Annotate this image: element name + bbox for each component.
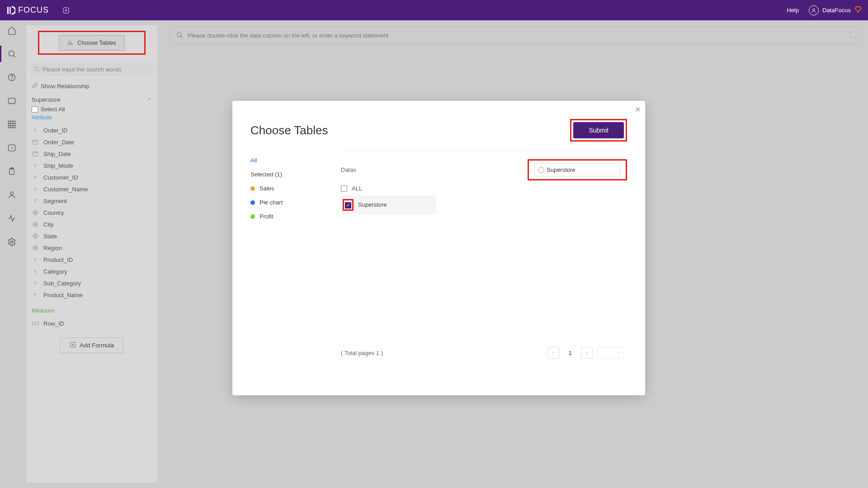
choose-tables-label: Choose Tables [77,39,116,46]
choose-tables-modal: ✕ Choose Tables Submit All Selected (1) … [232,101,645,395]
search-words-placeholder: Please input the search words [42,66,121,73]
highlight-choose-tables: Choose Tables [38,31,146,55]
nav-help-icon[interactable] [6,72,17,83]
svg-rect-8 [9,121,15,128]
column-row[interactable]: 123Row_ID [31,317,153,329]
column-row[interactable]: Order_Date [31,136,153,148]
column-row[interactable]: TOrder_ID [31,124,153,136]
filter-item[interactable]: Sales [250,181,341,195]
row-checkbox[interactable]: ✓ [345,202,351,208]
nav-activity-icon[interactable] [6,213,17,224]
column-row[interactable]: TCustomer_ID [31,171,153,183]
column-row[interactable]: TCustomer_Name [31,183,153,195]
nav-clipboard-icon[interactable] [6,166,17,177]
filter-selected[interactable]: Selected (1) [250,167,341,181]
select-all-label: Select All [41,106,65,113]
column-row[interactable]: TSegment [31,195,153,207]
nav-user-icon[interactable] [6,190,17,200]
column-row[interactable]: Country [31,207,153,218]
nav-rail [0,20,24,488]
nav-dashboard-icon[interactable] [6,95,17,106]
help-link[interactable]: Help [787,7,799,14]
select-all-checkbox[interactable] [32,106,38,113]
column-name: Row_ID [43,320,64,327]
search-words-input[interactable]: Please input the search words [31,63,153,76]
type-icon: T [32,162,39,169]
column-row[interactable]: TSub_Category [31,277,153,289]
nav-home-icon[interactable] [6,25,17,36]
type-icon [32,221,39,228]
nav-archive-icon[interactable] [6,142,17,153]
main-search-input[interactable]: Please double-click the data column on t… [170,27,863,44]
topbar-right: Help DataFocus [787,5,862,15]
type-icon: 123 [32,320,39,327]
filter-column: All Selected (1) SalesPie chartProfit [250,151,341,363]
svg-point-22 [177,32,181,36]
column-name: Order_Date [43,139,74,146]
svg-point-6 [12,79,12,80]
type-icon: T [32,280,39,287]
column-row[interactable]: TProduct_Name [31,289,153,301]
nav-settings-icon[interactable] [6,237,17,247]
close-icon[interactable]: ✕ [635,105,641,114]
table-row[interactable]: ✓Superstore [341,195,436,214]
loading-icon [849,31,857,40]
group-title-row[interactable]: Superstore [32,96,152,103]
column-row[interactable]: Region [31,242,153,254]
column-name: City [43,221,53,228]
attribute-list: TOrder_IDOrder_DateShip_DateTShip_ModeTC… [31,124,153,301]
row-all[interactable]: ALL [341,180,627,195]
column-row[interactable]: Ship_Date [31,148,153,160]
submit-button[interactable]: Submit [573,122,624,138]
topbar: FOCUS Help DataFocus [0,0,868,20]
add-tab-button[interactable] [61,6,71,15]
svg-point-4 [9,51,14,56]
page-size-select[interactable] [597,347,624,359]
user-menu[interactable]: DataFocus [809,5,862,15]
column-row[interactable]: TCategory [31,265,153,277]
type-icon [32,209,39,216]
type-icon: T [32,174,39,181]
page-next-button[interactable] [581,347,593,359]
svg-rect-0 [7,7,9,14]
filter-item[interactable]: Pie chart [250,195,341,209]
page-prev-button[interactable] [547,347,559,359]
filter-list: SalesPie chartProfit [250,181,341,223]
column-name: Segment [43,198,67,204]
column-name: Order_ID [43,127,67,134]
select-all-row[interactable]: Select All [32,106,152,113]
filter-item[interactable]: Profit [250,209,341,223]
diamond-icon [854,6,862,14]
main-search-placeholder: Please double-click the data column on t… [188,32,388,39]
row-name: Superstore [358,201,387,208]
data-column: Datas ALL ✓Superstore ( Total pages 1 ) … [341,151,627,363]
nav-grid-icon[interactable] [6,119,17,130]
column-name: Country [43,209,64,216]
column-name: State [43,233,57,240]
add-formula-button[interactable]: Add Formula [60,337,123,353]
type-icon: T [32,268,39,275]
svg-rect-7 [9,98,15,104]
column-row[interactable]: TProduct_ID [31,254,153,265]
svg-rect-1 [9,7,11,14]
show-relationship-link[interactable]: Show Relationship [32,82,152,90]
choose-tables-button[interactable]: Choose Tables [59,35,125,51]
type-icon: T [32,197,39,204]
checkbox-all[interactable] [341,185,347,192]
svg-point-14 [34,66,38,70]
column-row[interactable]: TShip_Mode [31,160,153,171]
add-formula-label: Add Formula [80,342,114,349]
nav-search-icon[interactable] [6,48,17,59]
row-all-label: ALL [352,185,362,192]
table-search-input[interactable] [534,163,620,176]
column-row[interactable]: State [31,230,153,242]
logo-icon [6,6,15,15]
column-row[interactable]: City [31,218,153,230]
type-icon: T [32,127,39,134]
show-relationship-label: Show Relationship [41,83,90,90]
type-icon: T [32,256,39,263]
filter-all[interactable]: All [250,153,341,167]
svg-point-3 [813,9,815,10]
search-icon [33,66,40,73]
column-name: Category [43,268,67,275]
